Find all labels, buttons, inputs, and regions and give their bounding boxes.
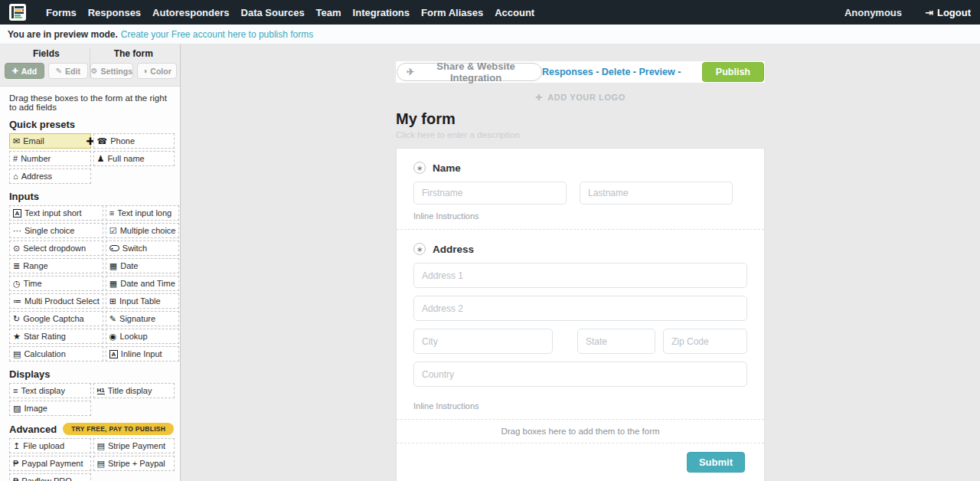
- palette-item[interactable]: ↥ File upload: [9, 438, 91, 453]
- form-title[interactable]: My form: [396, 110, 765, 128]
- palette-item[interactable]: ✎ Signature: [106, 311, 180, 326]
- palette-item-label: Range: [23, 261, 47, 270]
- nav-menu-item[interactable]: Autoresponders: [152, 7, 229, 18]
- switch-toggle-icon: ●: [109, 245, 119, 251]
- file-upload-icon: ↥: [13, 442, 20, 450]
- palette-item[interactable]: ▦ Date: [106, 258, 180, 273]
- palette-item[interactable]: ▦ Date and Time: [106, 276, 180, 291]
- toolbar-link[interactable]: Delete: [602, 67, 639, 77]
- palette-item[interactable]: ◉ Lookup: [106, 329, 180, 344]
- palette-item[interactable]: ✉ Email: [9, 133, 91, 149]
- palette-item-label: Signature: [119, 314, 155, 323]
- palette-item[interactable]: ▤ Stripe + Paypal: [93, 456, 175, 471]
- create-account-link[interactable]: Create your Free account here to publish…: [121, 29, 313, 40]
- add-field-button[interactable]: ✚ Add: [5, 63, 44, 79]
- nav-menu-item[interactable]: Forms: [46, 7, 77, 18]
- palette-item[interactable]: ▤ Stripe Payment: [93, 438, 175, 453]
- address1-input[interactable]: [413, 263, 747, 288]
- form-settings-button[interactable]: ⚙ Settings: [90, 63, 133, 79]
- sidebar-header: Fields ✚ Add ✎ Edit The form ⚙: [0, 44, 180, 87]
- palette-item[interactable]: ⊙ Select dropdown: [9, 240, 103, 256]
- palette-item[interactable]: ★ Star Rating: [9, 329, 103, 344]
- palette-item[interactable]: H1 Title display: [93, 383, 175, 398]
- palette-item[interactable]: A Text input short: [9, 205, 103, 221]
- nav-menu-item[interactable]: Form Aliases: [421, 7, 483, 18]
- palette-item[interactable]: ☑ Multiple choice: [106, 223, 180, 238]
- state-input[interactable]: [577, 329, 655, 354]
- add-label: Add: [21, 67, 37, 76]
- palette-item[interactable]: ⋯ Single choice: [9, 223, 103, 238]
- nav-menu-item[interactable]: Data Sources: [241, 7, 305, 18]
- nav-menu-item[interactable]: Team: [316, 7, 341, 18]
- palette-item[interactable]: ₱ Paypal Payment: [9, 456, 91, 471]
- add-logo-button[interactable]: ✚ ADD YOUR LOGO: [396, 93, 765, 103]
- palette-item[interactable]: ◷ Time: [9, 276, 103, 291]
- name-field-block[interactable]: ∗ Name Inline Instructions: [397, 149, 764, 229]
- sidebar-drag-hint: Drag these boxes to the form at the righ…: [0, 87, 180, 113]
- share-integration-button[interactable]: ✈ Share & Website Integration: [397, 63, 542, 81]
- form-description-placeholder[interactable]: Click here to enter a description: [396, 130, 765, 139]
- sliders-icon: ≣: [13, 262, 20, 270]
- logout-button[interactable]: ⇥ Logout: [925, 7, 971, 18]
- palette-item-label: Multiple choice: [120, 226, 176, 235]
- palette-item[interactable]: ☎ Phone: [93, 133, 175, 149]
- radio-dots-icon: ⋯: [13, 227, 21, 235]
- lastname-input[interactable]: [580, 182, 733, 205]
- hash-icon: #: [13, 155, 18, 163]
- palette-item[interactable]: ▨ Image: [9, 401, 91, 416]
- required-icon: ∗: [413, 243, 426, 255]
- product-list-icon: ≔: [13, 297, 21, 306]
- tab-fields[interactable]: Fields: [3, 48, 90, 59]
- palette-item[interactable]: ≡ Text display: [9, 383, 91, 398]
- palette-item-label: Text display: [21, 386, 64, 395]
- palette-item[interactable]: ⊞ Input Table: [106, 293, 180, 309]
- drag-drop-zone[interactable]: Drag boxes here to add them to the form: [397, 419, 764, 443]
- toolbar-link[interactable]: Preview: [639, 67, 683, 77]
- palette-item[interactable]: A Inline Input: [106, 346, 180, 362]
- color-label: Color: [150, 67, 171, 76]
- palette-item-label: File upload: [23, 441, 64, 450]
- palette-item[interactable]: ≣ Range: [9, 258, 103, 273]
- toolbar-link[interactable]: Responses: [542, 67, 602, 77]
- toolbar-links: ResponsesDeletePreview: [542, 67, 684, 77]
- palette-item[interactable]: # Number: [9, 151, 91, 166]
- palette-item[interactable]: ▤ Calculation: [9, 346, 103, 362]
- country-input[interactable]: [413, 362, 747, 387]
- palette-item[interactable]: ↻ Google Captcha: [9, 311, 103, 326]
- palette-item[interactable]: ● Switch: [106, 240, 180, 256]
- person-icon: ♟: [97, 155, 105, 163]
- palette-item-label: Payflow PRO: [21, 476, 71, 481]
- city-input[interactable]: [413, 329, 553, 354]
- title-heading-icon: H1: [97, 388, 105, 394]
- fields-sidebar: Fields ✚ Add ✎ Edit The form ⚙: [0, 44, 181, 481]
- palette-item[interactable]: ♟ Full name: [93, 151, 175, 166]
- palette-item[interactable]: ≔ Multi Product Select: [9, 293, 103, 309]
- submit-button[interactable]: Submit: [687, 452, 745, 473]
- advanced-heading-label: Advanced: [9, 424, 57, 435]
- palette-item[interactable]: ≡ Text input long: [106, 205, 180, 221]
- quick-presets-heading: Quick presets: [9, 119, 171, 130]
- edit-field-button[interactable]: ✎ Edit: [48, 63, 88, 79]
- palette-item[interactable]: ₱ Payflow PRO: [9, 473, 91, 481]
- tab-the-form[interactable]: The form: [90, 48, 177, 59]
- palette-item-label: Google Captcha: [23, 314, 84, 323]
- address-field-block[interactable]: ∗ Address Inline Instructions: [397, 229, 764, 419]
- credit-card-icon: ▤: [97, 442, 105, 450]
- form-color-button[interactable]: ◑ Color: [137, 63, 177, 79]
- address2-input[interactable]: [413, 296, 747, 321]
- app-logo-icon[interactable]: [9, 4, 26, 21]
- nav-menu-item[interactable]: Responses: [88, 7, 141, 18]
- publish-button[interactable]: Publish: [702, 62, 764, 82]
- zip-code-input[interactable]: [663, 329, 747, 354]
- nav-menu-item[interactable]: Integrations: [353, 7, 410, 18]
- palette-item-label: Calculation: [24, 349, 65, 358]
- palette-item-label: Title display: [108, 386, 152, 395]
- envelope-icon: ✉: [13, 137, 20, 146]
- palette-item[interactable]: ⌂ Address: [9, 169, 91, 184]
- firstname-input[interactable]: [413, 182, 567, 205]
- nav-menu-item[interactable]: Account: [495, 7, 534, 18]
- palette-item-label: Stripe + Paypal: [108, 459, 165, 468]
- name-inline-instructions: Inline Instructions: [413, 211, 747, 221]
- text-input-short-icon: A: [13, 209, 21, 218]
- text-display-icon: ≡: [13, 387, 18, 395]
